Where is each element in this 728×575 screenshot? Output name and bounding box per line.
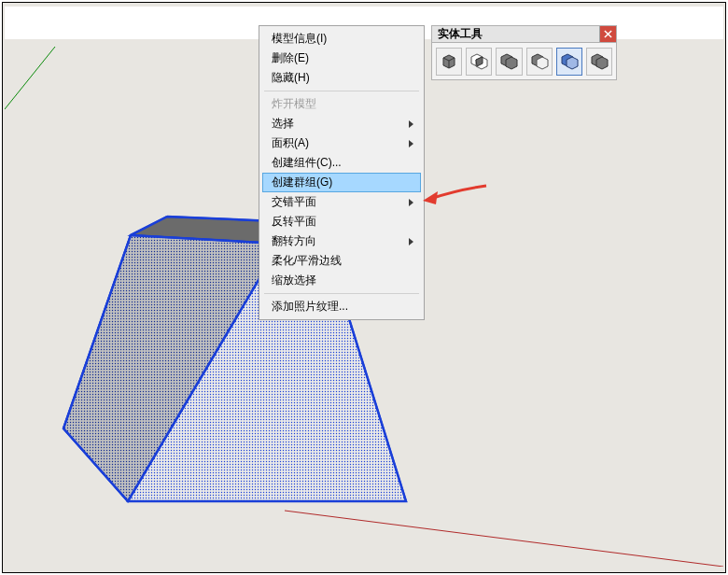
menu-separator (264, 293, 419, 294)
solid-tools-panel[interactable]: 实体工具 (431, 25, 617, 80)
split-button[interactable] (586, 48, 612, 76)
svg-marker-29 (567, 57, 578, 69)
chevron-right-icon (409, 199, 413, 206)
menu-flip-along-label: 翻转方向 (272, 234, 316, 247)
menu-make-group[interactable]: 创建群组(G) (262, 173, 421, 192)
subtract-icon (529, 51, 550, 72)
menu-delete[interactable]: 删除(E) (262, 49, 421, 68)
context-menu: 模型信息(I) 删除(E) 隐藏(H) 炸开模型 选择 面积(A) 创建组件(C… (259, 25, 425, 320)
union-icon (498, 51, 519, 72)
trim-icon (559, 51, 580, 72)
menu-separator (264, 91, 419, 91)
menu-reverse-faces[interactable]: 反转平面 (262, 212, 421, 231)
svg-marker-31 (596, 57, 608, 69)
menu-make-component[interactable]: 创建组件(C)... (262, 153, 421, 173)
menu-select[interactable]: 选择 (262, 114, 421, 133)
app-frame: 模型信息(I) 删除(E) 隐藏(H) 炸开模型 选择 面积(A) 创建组件(C… (2, 2, 726, 573)
svg-marker-25 (506, 57, 517, 69)
intersect-button[interactable] (466, 48, 492, 76)
chevron-right-icon (409, 120, 413, 128)
menu-hide[interactable]: 隐藏(H) (262, 68, 421, 88)
menu-flip-along[interactable]: 翻转方向 (262, 231, 421, 251)
menu-add-photo-texture[interactable]: 添加照片纹理... (262, 297, 421, 316)
close-icon (604, 30, 612, 38)
menu-intersect-label: 交错平面 (272, 195, 316, 208)
outer-shell-button[interactable] (436, 48, 462, 76)
outer-shell-icon (439, 51, 459, 72)
menu-explode: 炸开模型 (262, 94, 421, 114)
menu-model-info[interactable]: 模型信息(I) (262, 29, 421, 49)
menu-intersect[interactable]: 交错平面 (262, 192, 421, 212)
menu-soften-smooth[interactable]: 柔化/平滑边线 (262, 251, 421, 271)
chevron-right-icon (409, 238, 413, 245)
panel-body (431, 43, 617, 80)
intersect-icon (469, 51, 489, 72)
panel-titlebar[interactable]: 实体工具 (431, 25, 617, 43)
panel-title-text: 实体工具 (438, 27, 483, 40)
menu-select-label: 选择 (272, 117, 294, 130)
menu-area-label: 面积(A) (272, 136, 309, 149)
chevron-right-icon (409, 140, 413, 147)
menu-area[interactable]: 面积(A) (262, 133, 421, 153)
trim-button[interactable] (556, 48, 582, 76)
split-icon (589, 51, 609, 72)
union-button[interactable] (496, 48, 522, 76)
svg-marker-27 (537, 57, 548, 69)
menu-zoom-selection[interactable]: 缩放选择 (262, 271, 421, 290)
panel-close-button[interactable] (599, 26, 616, 42)
subtract-button[interactable] (526, 48, 553, 76)
